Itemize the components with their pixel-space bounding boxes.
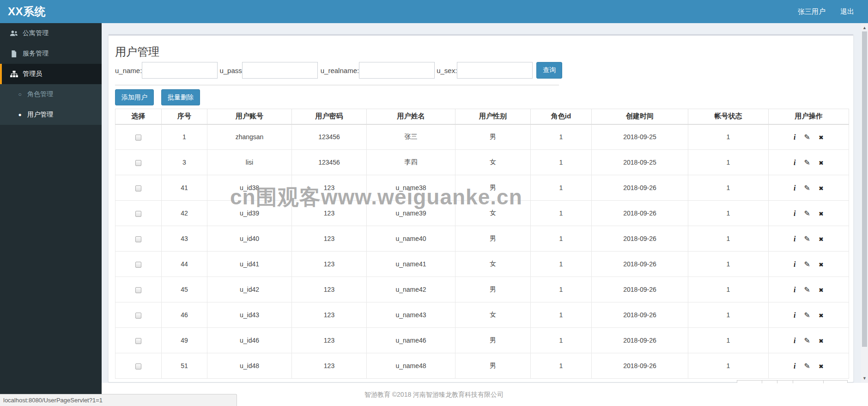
top-navbar: XX系统 张三用户 退出 [0,0,868,23]
info-icon[interactable]: i [794,235,795,243]
info-icon[interactable]: i [794,362,795,370]
row-checkbox[interactable] [135,287,141,293]
file-icon [9,50,19,57]
cell-sex: 女 [455,201,531,226]
sidebar-item-role-management[interactable]: ○ 角色管理 [0,84,102,105]
page-title: 用户管理 [115,45,847,59]
info-icon[interactable]: i [794,286,795,294]
row-checkbox[interactable] [135,185,141,191]
u-pass-input[interactable] [242,62,318,79]
edit-pencil-icon[interactable]: ✎ [804,184,810,192]
info-icon[interactable]: i [794,260,795,269]
edit-pencil-icon[interactable]: ✎ [804,285,810,294]
column-header: 用户姓名 [367,109,455,124]
sidebar-item-admin[interactable]: 管理员 [0,64,102,84]
delete-x-icon[interactable]: ✖ [819,261,824,268]
table-row: 49u_id46123u_name46男12018-09-261i✎✖ [115,328,849,353]
scroll-down-arrow-icon[interactable]: ▼ [861,375,868,382]
search-button[interactable]: 查询 [536,62,562,79]
current-user-link[interactable]: 张三用户 [790,0,833,23]
cell-actions: i✎✖ [769,277,849,302]
cell-sex: 男 [455,226,531,252]
cell-sex: 男 [455,353,531,379]
delete-x-icon[interactable]: ✖ [819,287,824,294]
row-checkbox[interactable] [135,236,141,242]
table-header-row: 选择序号用户账号用户密码用户姓名用户性别角色id创建时间帐号状态用户操作 [115,109,849,124]
cell-created: 2018-09-26 [592,201,688,226]
delete-x-icon[interactable]: ✖ [819,363,824,370]
cell-account: u_id43 [207,302,292,328]
cell-sex: 女 [455,150,531,175]
row-checkbox[interactable] [135,262,141,268]
cell-seq: 1 [162,124,207,150]
vertical-scrollbar[interactable]: ▲ ▼ [861,23,868,383]
scrollbar-thumb[interactable] [862,31,867,347]
cell-status: 1 [688,150,769,175]
info-icon[interactable]: i [794,209,795,218]
u-realname-label: u_realname: [321,67,359,74]
column-header: 用户账号 [207,109,292,124]
edit-pencil-icon[interactable]: ✎ [804,336,810,345]
scroll-up-arrow-icon[interactable]: ▲ [861,24,868,31]
user-table: 选择序号用户账号用户密码用户姓名用户性别角色id创建时间帐号状态用户操作 1zh… [115,109,849,379]
edit-pencil-icon[interactable]: ✎ [804,362,810,370]
cell-name: 张三 [367,124,455,150]
cell-role_id: 1 [531,252,592,277]
row-checkbox[interactable] [135,338,141,344]
u-realname-input[interactable] [359,62,435,79]
row-checkbox[interactable] [135,135,141,141]
column-header: 序号 [162,109,207,124]
info-icon[interactable]: i [794,311,795,320]
cell-created: 2018-09-26 [592,353,688,379]
edit-pencil-icon[interactable]: ✎ [804,209,810,218]
sidebar-subitem-label: 用户管理 [27,111,53,119]
cell-seq: 44 [162,252,207,277]
row-checkbox[interactable] [135,363,141,369]
delete-x-icon[interactable]: ✖ [819,236,824,243]
cell-actions: i✎✖ [769,302,849,328]
cell-role_id: 1 [531,328,592,353]
u-name-input[interactable] [142,62,218,79]
info-icon[interactable]: i [794,133,795,141]
u-sex-input[interactable] [457,62,533,79]
sidebar-item-user-management[interactable]: ● 用户管理 [0,105,102,125]
row-checkbox[interactable] [135,313,141,319]
row-checkbox[interactable] [135,211,141,217]
edit-pencil-icon[interactable]: ✎ [804,260,810,269]
cell-actions: i✎✖ [769,252,849,277]
delete-x-icon[interactable]: ✖ [819,338,824,344]
info-icon[interactable]: i [794,184,795,192]
delete-x-icon[interactable]: ✖ [819,185,824,192]
delete-x-icon[interactable]: ✖ [819,134,824,141]
cell-seq: 45 [162,277,207,302]
batch-delete-button[interactable]: 批量删除 [161,89,200,105]
cell-password: 123 [292,277,367,302]
delete-x-icon[interactable]: ✖ [819,160,824,166]
cell-status: 1 [688,201,769,226]
cell-account: u_id41 [207,252,292,277]
sidebar-item-service[interactable]: 服务管理 [0,43,102,64]
info-icon[interactable]: i [794,337,795,345]
cell-created: 2018-09-26 [592,175,688,201]
add-user-button[interactable]: 添加用户 [115,89,154,105]
edit-pencil-icon[interactable]: ✎ [804,133,810,141]
u-pass-label: u_pass [219,67,242,74]
edit-pencil-icon[interactable]: ✎ [804,158,810,167]
sidebar-subitem-label: 角色管理 [27,90,53,98]
delete-x-icon[interactable]: ✖ [819,210,824,217]
cell-created: 2018-09-26 [592,328,688,353]
cell-created: 2018-09-26 [592,302,688,328]
cell-name: u_name40 [367,226,455,252]
logout-link[interactable]: 退出 [833,0,862,23]
edit-pencil-icon[interactable]: ✎ [804,234,810,243]
edit-pencil-icon[interactable]: ✎ [804,311,810,320]
cell-created: 2018-09-25 [592,124,688,150]
sidebar-item-apartment[interactable]: 公寓管理 [0,23,102,43]
cell-password: 123 [292,175,367,201]
column-header: 角色id [531,109,592,124]
delete-x-icon[interactable]: ✖ [819,312,824,319]
info-icon[interactable]: i [794,159,795,167]
sidebar-item-label: 公寓管理 [23,29,49,37]
row-checkbox[interactable] [135,160,141,166]
cell-role_id: 1 [531,150,592,175]
